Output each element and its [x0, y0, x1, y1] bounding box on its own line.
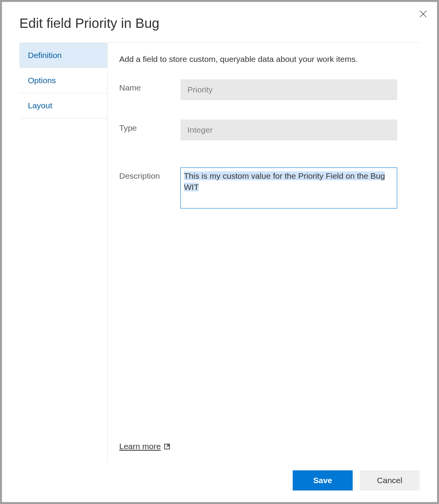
spacer: [119, 212, 420, 442]
sidebar-item-label: Definition: [28, 51, 62, 60]
dialog-title: Edit field Priority in Bug: [19, 15, 420, 31]
external-link-icon: [164, 443, 170, 450]
name-label: Name: [119, 79, 180, 92]
learn-more-label: Learn more: [119, 442, 161, 451]
sidebar-item-options[interactable]: Options: [19, 68, 107, 93]
description-label: Description: [119, 167, 180, 181]
type-label: Type: [119, 120, 180, 133]
intro-text: Add a field to store custom, queryable d…: [119, 55, 420, 64]
sidebar-item-label: Layout: [28, 101, 52, 110]
dialog-body: Definition Options Layout Add a field to…: [19, 43, 420, 463]
description-text: This is my custom value for the Priority…: [184, 171, 385, 191]
sidebar: Definition Options Layout: [19, 43, 108, 463]
edit-field-dialog: Edit field Priority in Bug Definition Op…: [2, 2, 437, 502]
type-field: Integer: [180, 120, 397, 140]
close-icon: [419, 10, 427, 18]
learn-more-link[interactable]: Learn more: [119, 442, 420, 451]
form-row-type: Type Integer: [119, 120, 420, 140]
sidebar-item-label: Options: [28, 76, 56, 85]
save-button[interactable]: Save: [293, 470, 353, 490]
sidebar-item-layout[interactable]: Layout: [19, 93, 107, 118]
sidebar-item-definition[interactable]: Definition: [19, 43, 107, 68]
form-row-name: Name Priority: [119, 79, 420, 100]
dialog-footer: Save Cancel: [2, 463, 437, 502]
form-row-description: Description This is my custom value for …: [119, 167, 420, 208]
description-field[interactable]: This is my custom value for the Priority…: [180, 167, 397, 208]
main-content: Add a field to store custom, queryable d…: [108, 43, 420, 463]
name-field: Priority: [180, 79, 397, 100]
dialog-header: Edit field Priority in Bug: [2, 2, 437, 43]
close-button[interactable]: [418, 9, 429, 20]
cancel-button[interactable]: Cancel: [360, 470, 420, 490]
